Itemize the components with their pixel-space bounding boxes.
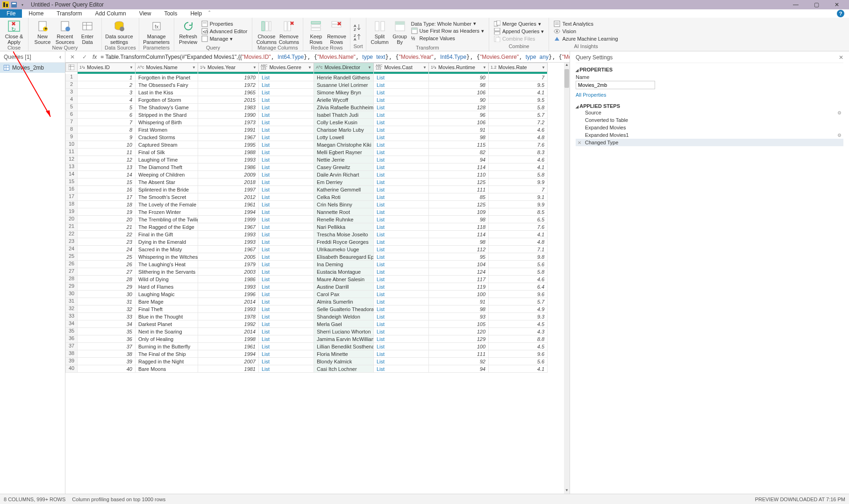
table-row[interactable]: 2424Sacred in the Misty1967ListUlrikaume… (65, 246, 551, 253)
cell-runtime[interactable]: 110 (429, 171, 489, 178)
cell-cast[interactable]: List (374, 261, 429, 268)
cell-name[interactable]: The Frozen Winter (136, 208, 198, 216)
cell-rate[interactable]: 7.6 (489, 141, 548, 149)
cell-year[interactable]: 1961 (198, 201, 259, 208)
cell-year[interactable]: 1993 (198, 305, 259, 313)
cell-genre[interactable]: List (259, 149, 314, 156)
cell-cast[interactable]: List (374, 193, 429, 201)
cell-name[interactable]: Final of Silk (136, 149, 198, 156)
cell-id[interactable]: 17 (78, 193, 136, 201)
cell-director[interactable]: Maure Abner Salesin (314, 276, 374, 283)
cell-year[interactable]: 1993 (198, 283, 259, 291)
cell-genre[interactable]: List (259, 96, 314, 104)
cell-runtime[interactable]: 105 (429, 320, 489, 328)
cell-genre[interactable]: List (259, 208, 314, 216)
cell-name[interactable]: Ragged in the Night (136, 358, 198, 365)
cell-rate[interactable]: 9.6 (489, 350, 548, 358)
cell-cast[interactable]: List (374, 216, 429, 223)
cell-genre[interactable]: List (259, 223, 314, 231)
remove-rows-button[interactable]: ✖Remove Rows (326, 19, 347, 45)
cell-cast[interactable]: List (374, 126, 429, 134)
cell-rate[interactable]: 4.5 (489, 343, 548, 350)
cell-year[interactable]: 1981 (198, 365, 259, 373)
table-row[interactable]: 1010Captured Stream1995ListMaegan Christ… (65, 141, 551, 149)
cell-cast[interactable]: List (374, 238, 429, 246)
cell-director[interactable]: Susanne Uriel Lorimer (314, 81, 374, 89)
cell-id[interactable]: 39 (78, 358, 136, 365)
cell-id[interactable]: 15 (78, 178, 136, 186)
cell-cast[interactable]: List (374, 246, 429, 253)
cell-name[interactable]: Blue in the Thought (136, 313, 198, 320)
table-row[interactable]: 3737Burning in the Butterfly1961ListLill… (65, 343, 551, 350)
cell-genre[interactable]: List (259, 178, 314, 186)
cell-runtime[interactable]: 96 (429, 111, 489, 119)
tab-file[interactable]: File (0, 9, 22, 18)
cell-rate[interactable]: 5.7 (489, 111, 548, 119)
cell-rate[interactable]: 6.5 (489, 216, 548, 223)
cell-rate[interactable]: 7 (489, 74, 548, 81)
column-header-genre[interactable]: ABC 123Movies.Genre▼ (259, 63, 314, 72)
cell-runtime[interactable]: 100 (429, 291, 489, 298)
cell-director[interactable]: Nettie Jerrie (314, 156, 374, 163)
cell-rate[interactable]: 9.5 (489, 81, 548, 89)
cell-id[interactable]: 10 (78, 141, 136, 149)
cell-rate[interactable]: 7.1 (489, 246, 548, 253)
cell-id[interactable]: 9 (78, 134, 136, 141)
cell-genre[interactable]: List (259, 119, 314, 126)
cell-year[interactable]: 1988 (198, 149, 259, 156)
cell-name[interactable]: First Women (136, 126, 198, 134)
gear-icon[interactable]: ⚙ (837, 110, 842, 115)
table-row[interactable]: 99Cracked Storms1967ListLotty LowellList… (65, 134, 551, 141)
sort-desc-button[interactable]: ZA (353, 33, 362, 42)
cell-rate[interactable]: 8.5 (489, 208, 548, 216)
cell-runtime[interactable]: 120 (429, 328, 489, 335)
cell-director[interactable]: Crin Nels Binny (314, 201, 374, 208)
cell-year[interactable]: 1973 (198, 119, 259, 126)
cell-genre[interactable]: List (259, 134, 314, 141)
cell-year[interactable]: 1965 (198, 89, 259, 96)
cell-year[interactable]: 2012 (198, 193, 259, 201)
cell-cast[interactable]: List (374, 134, 429, 141)
cell-year[interactable]: 2015 (198, 96, 259, 104)
cell-director[interactable]: Daile Arvin Richart (314, 171, 374, 178)
cell-year[interactable]: 1967 (198, 134, 259, 141)
cell-cast[interactable]: List (374, 268, 429, 276)
tab-tools[interactable]: Tools (157, 9, 184, 18)
cell-cast[interactable]: List (374, 149, 429, 156)
cell-rate[interactable]: 9.8 (489, 253, 548, 261)
cell-genre[interactable]: List (259, 104, 314, 111)
group-by-button[interactable]: Group By (391, 19, 409, 45)
table-row[interactable]: 2121The Ragged of the Edge1967ListNari P… (65, 223, 551, 231)
maximize-button[interactable]: ▢ (806, 0, 827, 9)
cell-name[interactable]: Bare Moons (136, 365, 198, 373)
table-row[interactable]: 2828Wild of Dying1986ListMaure Abner Sal… (65, 276, 551, 283)
cell-year[interactable]: 1992 (198, 320, 259, 328)
manage-button[interactable]: Manage ▾ (200, 35, 250, 42)
cell-genre[interactable]: List (259, 193, 314, 201)
cell-rate[interactable]: 9.1 (489, 193, 548, 201)
cell-genre[interactable]: List (259, 231, 314, 238)
cell-id[interactable]: 1 (78, 74, 136, 81)
minimize-button[interactable]: — (785, 0, 806, 9)
cell-id[interactable]: 5 (78, 104, 136, 111)
cell-year[interactable]: 1967 (198, 223, 259, 231)
cell-director[interactable]: Simone Mikey Bryn (314, 89, 374, 96)
cell-rate[interactable]: 5.8 (489, 268, 548, 276)
select-all-corner[interactable] (65, 63, 78, 72)
azure-ml-button[interactable]: Azure Machine Learning (552, 35, 620, 42)
cell-cast[interactable]: List (374, 358, 429, 365)
table-row[interactable]: 2727Slithering in the Servants2003ListEu… (65, 268, 551, 276)
query-item[interactable]: Movies_2mb (0, 63, 65, 73)
cell-name[interactable]: Dying in the Emerald (136, 238, 198, 246)
close-settings-icon[interactable]: ✕ (839, 54, 843, 61)
cell-cast[interactable]: List (374, 104, 429, 111)
close-apply-button[interactable]: ✖↻ Close & Apply (3, 19, 25, 45)
cell-name[interactable]: Forgotten in the Planet (136, 74, 198, 81)
cell-rate[interactable]: 4.6 (489, 126, 548, 134)
cell-runtime[interactable]: 93 (429, 313, 489, 320)
cell-runtime[interactable]: 90 (429, 74, 489, 81)
table-row[interactable]: 44Forgotten of Storm2015ListArielle Wyco… (65, 96, 551, 104)
table-row[interactable]: 2222Final in the Gift1993ListTrescha Moi… (65, 231, 551, 238)
cell-genre[interactable]: List (259, 74, 314, 81)
cell-genre[interactable]: List (259, 313, 314, 320)
